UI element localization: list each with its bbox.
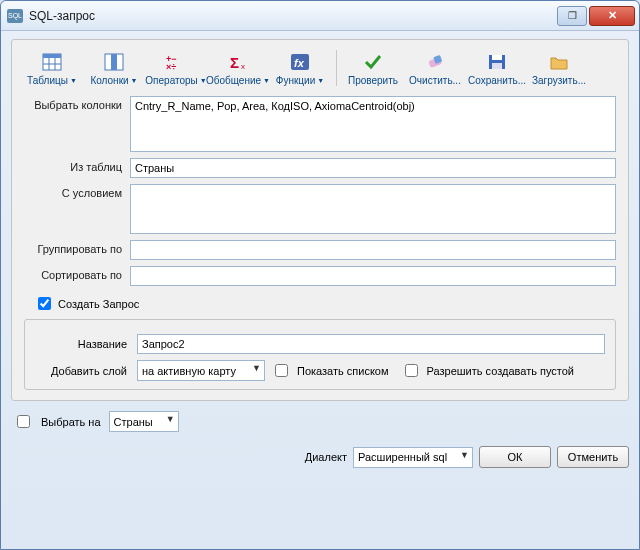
tables-label: Таблицы (27, 75, 68, 86)
check-button[interactable]: Проверить (345, 52, 401, 86)
svg-text:x: x (241, 62, 245, 71)
select-columns-label: Выбрать колонки (24, 96, 130, 111)
window-title: SQL-запрос (29, 9, 557, 23)
group-by-label: Группировать по (24, 240, 130, 255)
name-label: Название (35, 338, 131, 350)
allow-empty-label: Разрешить создавать пустой (427, 365, 574, 377)
from-tables-label: Из таблиц (24, 158, 130, 173)
columns-label: Колонки (90, 75, 128, 86)
save-label: Сохранить... (468, 75, 526, 86)
functions-label: Функции (276, 75, 315, 86)
dropdown-arrow-icon: ▼ (317, 77, 324, 84)
operators-icon: +−×÷ (165, 52, 187, 72)
svg-rect-17 (492, 63, 502, 69)
create-query-checkbox[interactable] (38, 297, 51, 310)
main-panel: Таблицы▼ Колонки▼ +−×÷ Операторы▼ Σx Обо… (11, 39, 629, 401)
create-query-label: Создать Запрос (58, 298, 139, 310)
clear-button[interactable]: Очистить... (407, 52, 463, 86)
load-label: Загрузить... (532, 75, 586, 86)
select-columns-input[interactable] (130, 96, 616, 152)
sql-query-dialog: SQL SQL-запрос ❐ ✕ Таблицы▼ Колонки▼ +−×… (0, 0, 640, 550)
close-button[interactable]: ✕ (589, 6, 635, 26)
clear-label: Очистить... (409, 75, 461, 86)
select-on-label: Выбрать на (41, 416, 101, 428)
dropdown-arrow-icon: ▼ (70, 77, 77, 84)
show-list-label: Показать списком (297, 365, 389, 377)
svg-rect-6 (111, 54, 117, 70)
sigma-icon: Σx (227, 52, 249, 72)
aggregate-dropdown[interactable]: Σx Обобщение▼ (210, 52, 266, 86)
columns-icon (103, 52, 125, 72)
toolbar-separator (336, 50, 337, 86)
svg-rect-16 (492, 55, 502, 60)
create-query-group: Название Добавить слой ▼ Показать списко… (24, 319, 616, 390)
svg-text:Σ: Σ (230, 54, 239, 71)
folder-open-icon (548, 52, 570, 72)
functions-dropdown[interactable]: fx Функции▼ (272, 52, 328, 86)
operators-label: Операторы (145, 75, 197, 86)
group-by-input[interactable] (130, 240, 616, 260)
titlebar[interactable]: SQL SQL-запрос ❐ ✕ (1, 1, 639, 31)
save-button[interactable]: Сохранить... (469, 52, 525, 86)
order-by-label: Сортировать по (24, 266, 130, 281)
svg-text:fx: fx (294, 57, 305, 69)
add-layer-combo[interactable] (137, 360, 265, 381)
app-icon: SQL (7, 9, 23, 23)
check-label: Проверить (348, 75, 398, 86)
add-layer-label: Добавить слой (35, 365, 131, 377)
dropdown-arrow-icon: ▼ (131, 77, 138, 84)
dropdown-arrow-icon: ▼ (263, 77, 270, 84)
query-name-input[interactable] (137, 334, 605, 354)
ok-button[interactable]: ОК (479, 446, 551, 468)
load-button[interactable]: Загрузить... (531, 52, 587, 86)
maximize-button[interactable]: ❐ (557, 6, 587, 26)
show-list-checkbox[interactable] (275, 364, 288, 377)
where-input[interactable] (130, 184, 616, 234)
svg-text:×÷: ×÷ (166, 62, 176, 71)
where-label: С условием (24, 184, 130, 199)
toolbar: Таблицы▼ Колонки▼ +−×÷ Операторы▼ Σx Обо… (24, 50, 616, 86)
check-icon (362, 52, 384, 72)
svg-rect-1 (43, 54, 61, 58)
operators-dropdown[interactable]: +−×÷ Операторы▼ (148, 52, 204, 86)
select-on-combo[interactable] (109, 411, 179, 432)
function-icon: fx (289, 52, 311, 72)
aggregate-label: Обобщение (206, 75, 261, 86)
cancel-button[interactable]: Отменить (557, 446, 629, 468)
order-by-input[interactable] (130, 266, 616, 286)
from-tables-input[interactable] (130, 158, 616, 178)
dialect-label: Диалект (305, 451, 347, 463)
columns-dropdown[interactable]: Колонки▼ (86, 52, 142, 86)
eraser-icon (424, 52, 446, 72)
dialect-combo[interactable] (353, 447, 473, 468)
select-on-checkbox[interactable] (17, 415, 30, 428)
table-icon (41, 52, 63, 72)
tables-dropdown[interactable]: Таблицы▼ (24, 52, 80, 86)
save-icon (486, 52, 508, 72)
allow-empty-checkbox[interactable] (405, 364, 418, 377)
